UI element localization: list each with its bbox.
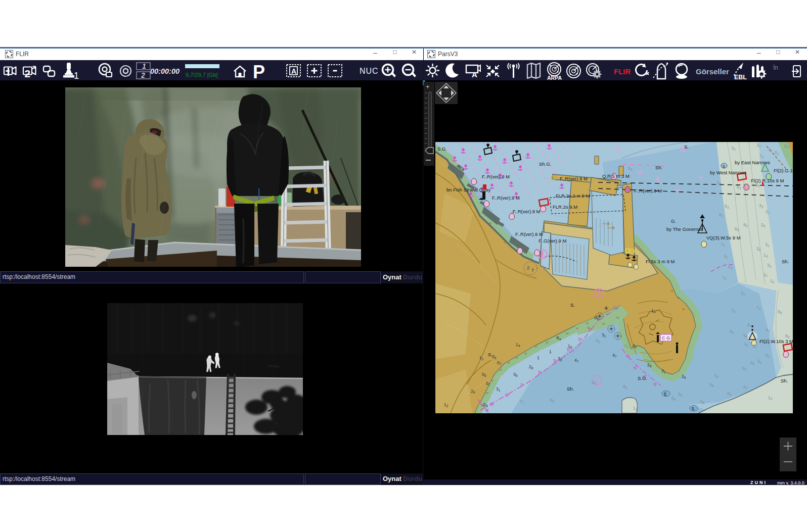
svg-text:Sh.: Sh. (567, 386, 574, 392)
svg-text:F..G(ver).9 M: F..G(ver).9 M (539, 238, 567, 244)
svg-text:VQ(3).W.5s 9 M: VQ(3).W.5s 9 M (706, 235, 741, 240)
svg-text:5: 5 (692, 406, 694, 411)
svg-text:Sh.G.: Sh.G. (539, 161, 551, 167)
svg-text:Sh.: Sh. (782, 259, 789, 264)
svg-text:F..R(ver).9 M: F..R(ver).9 M (482, 174, 510, 179)
svg-text:EBL: EBL (734, 74, 747, 80)
svg-text:Fl(2).G.10s: Fl(2).G.10s (774, 168, 793, 173)
svg-text:+: + (426, 83, 430, 90)
svg-text:Q.R.5 m 3 M: Q.R.5 m 3 M (602, 173, 630, 179)
svg-text:by East Narrows: by East Narrows (735, 160, 770, 165)
svg-text:S.G.: S.G. (638, 375, 647, 381)
svg-text:1: 1 (549, 349, 552, 354)
svg-text:F..R(ver).9 M: F..R(ver).9 M (515, 231, 543, 237)
svg-text:Sh.: Sh. (655, 165, 662, 170)
svg-text:Sh.: Sh. (781, 378, 788, 383)
svg-text:.F..R(ver).9 M: .F..R(ver).9 M (511, 209, 541, 214)
svg-text:FLR.2s 9.M: FLR.2s 9.M (553, 204, 577, 210)
svg-text:2: 2 (25, 68, 31, 79)
svg-text:i: i (596, 378, 598, 384)
svg-text:A: A (472, 70, 477, 78)
svg-text:S.: S. (684, 144, 689, 150)
svg-text:7: 7 (531, 268, 534, 273)
svg-text:Fl.5s 3 m 9 M: Fl.5s 3 m 9 M (646, 259, 675, 264)
svg-text:ARPA: ARPA (547, 75, 562, 80)
svg-text:2: 2 (141, 71, 145, 79)
svg-text:G.: G. (671, 218, 676, 224)
svg-text:2: 2 (527, 265, 529, 270)
svg-text:Fl(2).W.10s 3 M: Fl(2).W.10s 3 M (759, 338, 793, 344)
svg-text:S.: S. (570, 302, 575, 308)
svg-text:F..R(ver).9 M: F..R(ver).9 M (492, 195, 520, 201)
svg-text:S.G.: S.G. (437, 146, 447, 152)
svg-text:1: 1 (74, 71, 79, 79)
svg-text:5: 5 (664, 392, 666, 397)
svg-text:FLR.2s 2 m 9 M: FLR.2s 2 m 9 M (556, 193, 590, 199)
svg-text:by The Governor: by The Governor (666, 226, 702, 232)
svg-text:F..R(ver) 9 M: F..R(ver) 9 M (560, 176, 588, 181)
svg-text:1: 1 (142, 62, 146, 70)
svg-text:1: 1 (537, 355, 540, 360)
svg-text:C G: C G (662, 335, 670, 341)
svg-text:A: A (291, 67, 296, 75)
svg-text:bn Fish Strand Quay: bn Fish Strand Quay (446, 187, 490, 192)
svg-text:F..R(ver).9 M: F..R(ver).9 M (634, 188, 662, 194)
svg-text:5: 5 (723, 164, 725, 169)
svg-text:by West Narrows: by West Narrows (710, 170, 746, 175)
